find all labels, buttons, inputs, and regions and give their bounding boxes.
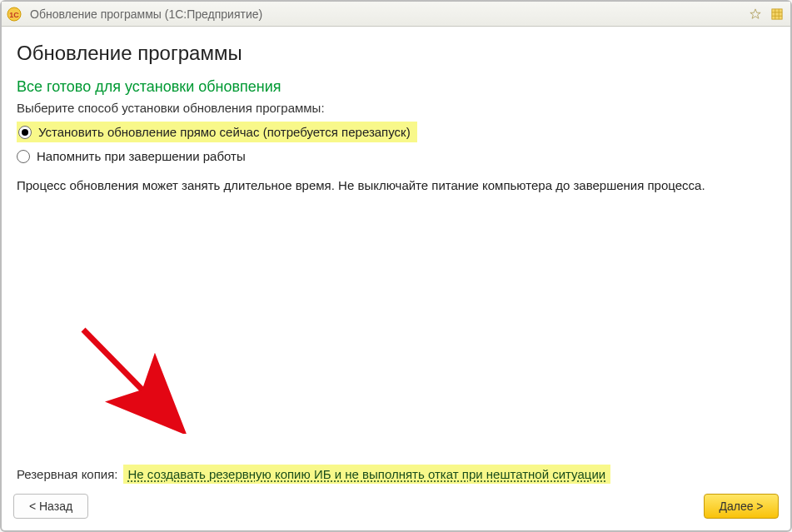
titlebar: 1C Обновление программы (1С:Предприятие) — [2, 2, 790, 27]
radio-indicator-selected — [18, 126, 32, 139]
radio-install-now-label: Установить обновление прямо сейчас (потр… — [38, 125, 411, 139]
svg-marker-2 — [750, 8, 760, 17]
svg-text:1C: 1C — [9, 11, 19, 19]
window-title: Обновление программы (1С:Предприятие) — [30, 7, 742, 21]
radio-remind-later[interactable]: Напомнить при завершении работы — [17, 146, 775, 167]
red-arrow-annotation — [75, 326, 192, 434]
svg-rect-3 — [772, 8, 782, 18]
backup-row: Резервная копия: Не создавать резервную … — [17, 465, 775, 484]
svg-line-9 — [83, 330, 171, 419]
dialog-footer: < Назад Далее > — [2, 494, 790, 530]
radio-remind-later-label: Напомнить при завершении работы — [37, 149, 246, 163]
instruction-text: Выберите способ установки обновления про… — [17, 101, 775, 115]
next-button[interactable]: Далее > — [704, 494, 779, 519]
radio-install-now[interactable]: Установить обновление прямо сейчас (потр… — [17, 122, 417, 142]
process-note: Процесс обновления может занять длительн… — [17, 178, 775, 192]
page-heading: Обновление программы — [17, 42, 775, 65]
update-dialog-window: 1C Обновление программы (1С:Предприятие)… — [0, 0, 792, 532]
backup-settings-link[interactable]: Не создавать резервную копию ИБ и не вып… — [123, 465, 611, 484]
radio-indicator-unselected — [17, 150, 30, 163]
dialog-body: Обновление программы Все готово для уста… — [2, 27, 790, 494]
back-button[interactable]: < Назад — [13, 494, 88, 519]
middle-spacer — [17, 192, 775, 461]
ready-status: Все готово для установки обновпения — [17, 78, 775, 96]
backup-label: Резервная копия: — [17, 467, 118, 481]
1c-logo-icon: 1C — [7, 7, 22, 22]
favorite-star-icon[interactable] — [747, 6, 764, 22]
apps-grid-icon[interactable] — [769, 6, 785, 22]
